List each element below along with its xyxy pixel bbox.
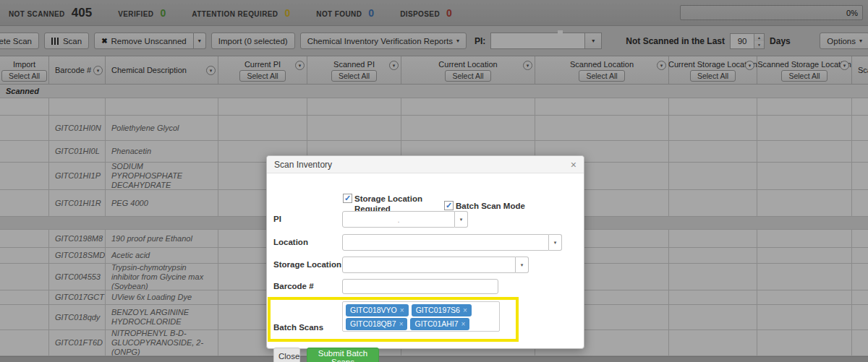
batch-scan-chip-value: GITC018QB7 — [350, 319, 396, 328]
storage-location-select-caret[interactable]: ▾ — [516, 257, 529, 273]
chip-remove-icon[interactable]: × — [461, 320, 466, 328]
batch-scan-chip: GITC018VYO× — [346, 304, 409, 316]
batch-scans-label: Batch Scans — [273, 323, 323, 332]
chip-remove-icon[interactable]: × — [463, 306, 467, 314]
batch-scan-chip-value: GITC0197S6 — [416, 306, 460, 314]
chip-remove-icon[interactable]: × — [400, 306, 404, 314]
pi-select-value[interactable]: . — [342, 211, 455, 228]
pi-select-caret[interactable]: ▾ — [455, 211, 468, 228]
batch-scan-chip: GITC01AHI7× — [410, 318, 469, 330]
barcode-input[interactable] — [342, 279, 498, 294]
modal-title: Scan Inventory — [274, 160, 332, 170]
barcode-label: Barcode # — [273, 282, 314, 290]
batch-scan-mode-label: Batch Scan Mode — [456, 201, 525, 211]
storage-location-select[interactable]: ▾ — [342, 257, 529, 273]
chemical-inventory-scan-screen: NOT SCANNED405VERIFIED0ATTENTION REQUIRE… — [0, 0, 868, 362]
close-icon[interactable]: × — [571, 160, 576, 170]
pi-select[interactable]: . ▾ — [342, 211, 468, 228]
location-select-value[interactable] — [342, 234, 549, 251]
submit-batch-scans-button[interactable]: Submit Batch Scans — [307, 348, 379, 362]
scan-inventory-modal: Scan Inventory × ✓ Storage Location Requ… — [266, 155, 584, 349]
batch-scan-mode-checkbox[interactable]: ✓ Batch Scan Mode — [444, 201, 525, 211]
batch-scan-chip: GITC018QB7× — [346, 318, 407, 330]
batch-scan-chip: GITC0197S6× — [412, 304, 472, 316]
pi-label: PI — [273, 215, 281, 223]
batch-scan-chip-value: GITC01AHI7 — [414, 319, 458, 328]
chip-remove-icon[interactable]: × — [399, 320, 404, 328]
checkbox-checked-icon: ✓ — [343, 194, 352, 203]
storage-location-select-value[interactable] — [342, 257, 516, 273]
checkbox-checked-icon: ✓ — [444, 201, 454, 210]
close-button[interactable]: Close — [273, 348, 300, 362]
batch-scan-chip-value: GITC018VYO — [350, 306, 397, 314]
batch-scans-chip-container[interactable]: GITC018VYO×GITC0197S6×GITC018QB7×GITC01A… — [342, 301, 500, 332]
location-select[interactable]: ▾ — [342, 234, 562, 251]
modal-body: ✓ Storage Location Required ✓ Batch Scan… — [267, 173, 584, 349]
modal-header: Scan Inventory × — [267, 156, 584, 173]
storage-location-label: Storage Location — [273, 260, 341, 269]
location-label: Location — [273, 238, 308, 246]
location-select-caret[interactable]: ▾ — [549, 234, 562, 251]
